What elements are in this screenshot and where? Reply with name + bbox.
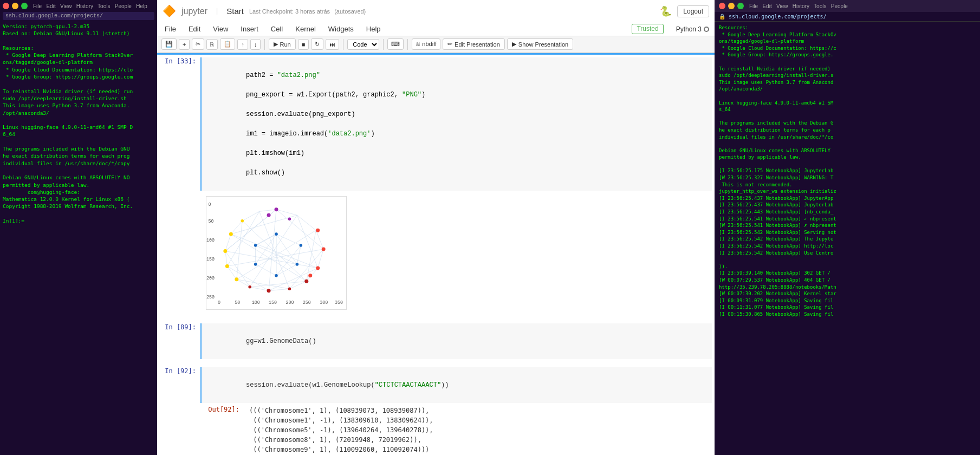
show-presentation-button[interactable]: ▶ Show Presentation [507,38,573,50]
kernel-label: Python 3 [676,25,702,33]
notebook-title[interactable]: Start [226,6,244,16]
cell-3-output-prompt-text: Out[92]: [208,406,239,413]
menu-view[interactable]: View [211,24,230,34]
close-btn-right[interactable] [719,3,725,9]
move-up-button[interactable]: ↑ [237,39,248,50]
svg-line-52 [276,234,301,245]
svg-line-51 [259,211,290,289]
menu-cell[interactable]: Cell [269,24,285,34]
jupyter-title-bar: 🔶 jupyter | Start Last Checkpoint: 3 hor… [157,0,715,22]
cell-2-code-text: gg=w1.GenomeData() [246,337,316,345]
menu-edit[interactable]: Edit [186,24,203,34]
left-url-text: ssh.cloud.google.com/projects/ [5,13,103,19]
add-cell-button[interactable]: + [179,39,190,50]
minimize-btn-right[interactable] [728,3,735,9]
run-button[interactable]: ▶ Run [269,38,295,50]
right-terminal-menu: File Edit View History Tools People [749,3,848,9]
svg-text:0: 0 [218,300,220,306]
left-terminal-menu: File Edit View History Tools People Help [33,3,147,9]
menu-file[interactable]: File [163,24,178,34]
cell-3-code[interactable]: session.evaluate(w1.GenomeLookup("CTCTCT… [200,367,712,403]
left-url-bar[interactable]: ssh.cloud.google.com/projects/ [3,12,154,20]
cell-2[interactable]: In [89]: gg=w1.GenomeData() [157,321,715,362]
svg-point-65 [267,213,271,217]
cell-1-content: path2 = "data2.png" png_export = w1.Expo… [200,55,715,318]
close-btn-left[interactable] [3,3,9,9]
minimize-btn-left[interactable] [12,3,18,9]
notebook-title-separator: | [215,8,219,15]
jupyter-logo-icon: 🔶 [163,4,176,18]
cell-1[interactable]: In [33]: path2 = "data2.png" png_export … [157,55,715,318]
svg-line-18 [307,268,318,281]
toolbar-separator-2 [343,39,343,50]
edit-presentation-button[interactable]: ✏ Edit Presentation [443,38,505,50]
cell-1-output: 0 50 100 150 200 250 0 50 100 150 200 25… [200,191,712,315]
svg-line-46 [237,221,242,280]
nbdiff-button[interactable]: ≋ nbdiff [412,38,440,50]
svg-line-57 [276,264,297,276]
menu-kernel[interactable]: Kernel [293,24,318,34]
restart-button[interactable]: ↻ [311,38,323,50]
cell-3-output-container: Out[92]: ((('Chromosome1', 1), (10893907… [200,403,712,455]
svg-line-19 [289,281,306,289]
copy-cell-button[interactable]: ⎘ [206,39,218,50]
cell-3-prompt: In [92]: [157,365,200,455]
cell-3[interactable]: In [92]: session.evaluate(w1.GenomeLooku… [157,365,715,455]
save-button[interactable]: 💾 [161,38,177,50]
svg-line-39 [269,268,318,291]
stop-button[interactable]: ■ [298,39,309,50]
svg-point-68 [223,249,227,253]
svg-text:200: 200 [206,276,215,281]
svg-point-77 [288,287,291,290]
python-logo-icon: 🐍 [660,5,672,17]
svg-line-21 [250,287,269,291]
svg-line-17 [318,249,323,268]
run-icon: ▶ [274,41,278,48]
run-label: Run [280,41,290,48]
svg-text:50: 50 [235,300,240,306]
cut-cell-button[interactable]: ✂ [192,38,204,50]
keyboard-shortcut-button[interactable]: ⌨ [387,38,404,50]
svg-point-84 [254,263,257,266]
maximize-btn-left[interactable] [21,3,28,9]
jupyter-brand-text: jupyter [181,6,207,16]
cell-1-code[interactable]: path2 = "data2.png" png_export = w1.Expo… [200,57,712,191]
move-down-button[interactable]: ↓ [250,39,261,50]
cell-2-code[interactable]: gg=w1.GenomeData() [200,323,712,359]
menu-insert[interactable]: Insert [238,24,261,34]
kernel-info: Python 3 [676,24,709,34]
left-terminal-text: Version: pytorch-gpu.1-2.m35 Based on: D… [3,23,154,224]
svg-point-64 [275,207,278,211]
svg-line-27 [242,211,259,220]
right-url-bar[interactable]: 🔒 ssh.cloud.google.com/projects/ [715,12,980,22]
notebook-content[interactable]: In [33]: path2 = "data2.png" png_export … [157,53,715,455]
svg-line-35 [307,230,316,281]
checkpoint-info: Last Checkpoint: 3 horas atrás (autosave… [249,8,366,15]
menu-widgets[interactable]: Widgets [326,24,356,34]
logout-button[interactable]: Logout [677,5,709,17]
svg-point-82 [296,263,299,266]
cell-2-prompt-text: In [89]: [165,323,196,331]
maximize-btn-right[interactable] [737,3,744,9]
svg-line-20 [269,289,289,290]
cell-2-prompt: In [89]: [157,321,200,362]
jupyter-header: 🔶 jupyter | Start Last Checkpoint: 3 hor… [157,0,715,53]
menu-bar: File Edit View Insert Cell Kernel Widget… [157,22,715,36]
right-terminal-text: Resources: * Google Deep Learning Platfo… [715,22,980,455]
svg-point-73 [322,248,326,251]
toolbar-separator-3 [383,39,384,50]
right-terminal-panel: File Edit View History Tools People 🔒 ss… [715,0,980,455]
cell-type-select[interactable]: Code [347,39,379,50]
fast-forward-button[interactable]: ⏭ [326,39,339,50]
svg-text:50: 50 [208,219,213,224]
cell-2-content: gg=w1.GenomeData() [200,321,715,362]
menu-help[interactable]: Help [364,24,383,34]
svg-point-71 [241,219,244,223]
svg-text:100: 100 [206,238,215,243]
svg-point-76 [304,280,308,283]
svg-text:250: 250 [206,295,215,300]
svg-line-38 [227,249,323,266]
paste-cell-button[interactable]: 📋 [220,38,235,50]
kernel-status-icon [704,27,709,32]
svg-line-42 [231,234,306,281]
